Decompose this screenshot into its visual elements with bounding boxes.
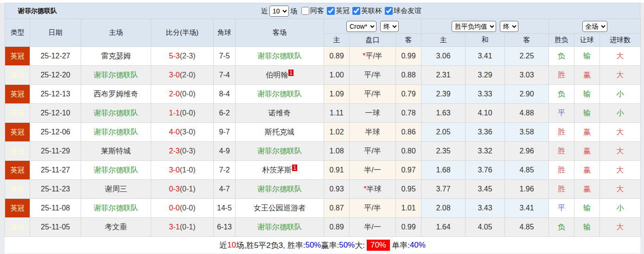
handicap-result-value: 输 bbox=[583, 52, 591, 60]
team-name: 伯明翰 bbox=[266, 71, 288, 79]
odds-company-select[interactable]: Crow* bbox=[346, 21, 376, 32]
match-row: 英冠25-12-10谢菲尔德联队1-1(0-0)6-2诺维奇1.11一球0.78… bbox=[5, 104, 641, 123]
goals-result-value: 大 bbox=[617, 128, 624, 136]
handicap-result-value: 输 bbox=[583, 109, 591, 117]
sub-header-handicap: 盘口 bbox=[350, 34, 396, 47]
handicap-value: 半/一 bbox=[364, 166, 381, 174]
team-name: 谢菲尔德联队 bbox=[257, 185, 302, 193]
team-name: 朴茨茅斯 bbox=[262, 166, 292, 174]
avg-win-cell: 2.05 bbox=[421, 123, 465, 142]
goals-result-cell: 大 bbox=[600, 47, 641, 66]
filter-checkbox[interactable] bbox=[352, 7, 360, 15]
summary-text: 近 bbox=[219, 240, 227, 251]
avg-lose-cell: 2.25 bbox=[505, 47, 549, 66]
col-header-score: 比分(半场) bbox=[151, 19, 214, 47]
avg-win-cell: 2.35 bbox=[421, 142, 465, 161]
score-cell: 3-1(0-1) bbox=[151, 218, 214, 237]
avg-win-cell: 3.77 bbox=[421, 180, 465, 199]
handicap-result-cell: 赢 bbox=[574, 161, 600, 180]
recent-matches-select[interactable]: 10 bbox=[269, 6, 289, 17]
home-odds-cell: 0.89 bbox=[324, 47, 350, 66]
away-odds-cell: 0.95 bbox=[396, 180, 421, 199]
full-time-score: 3-0 bbox=[169, 166, 180, 174]
filter-checkbox[interactable] bbox=[327, 7, 335, 15]
summary-label-2: 赢率: bbox=[321, 240, 339, 251]
filter-checkbox-item: 同客 bbox=[299, 6, 324, 15]
handicap-value: 平/半 bbox=[364, 204, 381, 212]
result-cell: 负 bbox=[549, 47, 574, 66]
home-team-cell: 谢菲尔德联队 bbox=[81, 161, 151, 180]
score-cell: 2-0(0-0) bbox=[151, 85, 214, 104]
handicap-result-value: 输 bbox=[583, 204, 591, 212]
home-odds-cell: 1.00 bbox=[324, 66, 350, 85]
goals-result-value: 大 bbox=[617, 185, 624, 193]
team-name: 诺维奇 bbox=[268, 109, 291, 117]
away-team-cell: 谢菲尔德联队 bbox=[236, 142, 324, 161]
home-odds-cell: 1.08 bbox=[324, 142, 350, 161]
half-time-score: (1-0) bbox=[180, 166, 196, 174]
match-row: 英冠25-11-08谢菲尔德联队0-0(0-0)14-5女王公园巡游者0.87平… bbox=[5, 199, 641, 218]
avg-win-cell: 3.06 bbox=[421, 47, 465, 66]
full-time-score: 1-1 bbox=[169, 109, 180, 117]
result-group-header: 全场 bbox=[549, 19, 641, 34]
avg-draw-cell: 3.41 bbox=[465, 47, 505, 66]
filter-checkbox[interactable] bbox=[385, 7, 393, 15]
avg-win-cell: 1.68 bbox=[421, 161, 465, 180]
team-name: 谢菲尔德联队 bbox=[94, 71, 138, 79]
filter-controls: 近 10 场 同客英冠英联杯球会友谊 bbox=[261, 3, 423, 19]
match-history-table: 类型 日期 主场 比分(半场) 角球 客场 Crow* 终 胜平负均值 终 bbox=[5, 19, 641, 237]
league-cell: 英冠 bbox=[5, 180, 30, 199]
half-time-score: (0-0) bbox=[180, 109, 196, 117]
avg-win-cell: 1.64 bbox=[421, 218, 465, 237]
home-team-cell: 莱斯特城 bbox=[81, 142, 151, 161]
red-card-badge: 1 bbox=[292, 165, 297, 171]
corners-cell: 7-2 bbox=[214, 161, 236, 180]
avg-draw-cell: 3.36 bbox=[465, 123, 505, 142]
away-team-cell: 谢菲尔德联队 bbox=[236, 180, 324, 199]
home-odds-cell: 0.89 bbox=[324, 218, 350, 237]
full-time-score: 2-0 bbox=[169, 90, 180, 98]
odds-time-select[interactable]: 终 bbox=[380, 21, 399, 32]
league-cell: 英冠 bbox=[5, 47, 30, 66]
avg-lose-cell: 4.88 bbox=[505, 104, 549, 123]
handicap-result-value: 赢 bbox=[583, 147, 591, 155]
avg-win-cell: 2.39 bbox=[421, 85, 465, 104]
score-cell: 2-3(0-3) bbox=[151, 142, 214, 161]
avg-draw-cell: 3.45 bbox=[465, 180, 505, 199]
date-cell: 25-12-27 bbox=[30, 47, 81, 66]
goals-result-cell: 大 bbox=[600, 161, 641, 180]
result-value: 负 bbox=[558, 52, 565, 60]
home-team-cell: 考文垂 bbox=[81, 218, 151, 237]
result-value: 胜 bbox=[558, 185, 565, 193]
away-odds-cell: 0.97 bbox=[396, 161, 421, 180]
date-cell: 25-11-29 bbox=[30, 142, 81, 161]
team-name: 谢周三 bbox=[105, 185, 127, 193]
score-cell: 4-0(3-0) bbox=[151, 123, 214, 142]
result-cell: 胜 bbox=[549, 161, 574, 180]
match-row: 英冠25-12-06谢菲尔德联队4-0(3-0)9-7斯托克城1.02半球0.8… bbox=[5, 123, 641, 142]
red-card-badge: 1 bbox=[288, 70, 293, 76]
result-cell: 平 bbox=[549, 104, 574, 123]
summary-recent-count: 10 bbox=[227, 241, 236, 250]
sub-header-avg-win: 主 bbox=[421, 34, 465, 47]
score-cell: 5-3(2-3) bbox=[151, 47, 214, 66]
scope-select[interactable]: 全场 bbox=[582, 21, 607, 32]
avg-lose-cell: 3.03 bbox=[505, 66, 549, 85]
score-cell: 3-0(1-0) bbox=[151, 161, 214, 180]
full-time-score: 0-0 bbox=[169, 204, 180, 212]
league-cell: 英冠 bbox=[5, 199, 30, 218]
avg-draw-cell: 3.76 bbox=[465, 161, 505, 180]
avg-lose-cell: 2.96 bbox=[505, 142, 549, 161]
avg-draw-cell: 3.33 bbox=[465, 85, 505, 104]
corners-cell: 6-2 bbox=[214, 104, 236, 123]
handicap-result-cell: 输 bbox=[574, 104, 600, 123]
avg-draw-cell: 4.05 bbox=[465, 218, 505, 237]
corners-cell: 14-5 bbox=[214, 199, 236, 218]
result-cell: 平 bbox=[549, 199, 574, 218]
match-history-panel: 谢菲尔德联队 近 10 场 同客英冠英联杯球会友谊 类型 日期 主场 比分(半场… bbox=[5, 3, 640, 254]
half-time-score: (3-0) bbox=[180, 128, 196, 136]
avg-time-select[interactable]: 终 bbox=[500, 21, 518, 32]
avg-type-select[interactable]: 胜平负均值 bbox=[452, 21, 496, 32]
col-header-date: 日期 bbox=[30, 19, 81, 47]
filter-checkbox[interactable] bbox=[301, 7, 309, 15]
